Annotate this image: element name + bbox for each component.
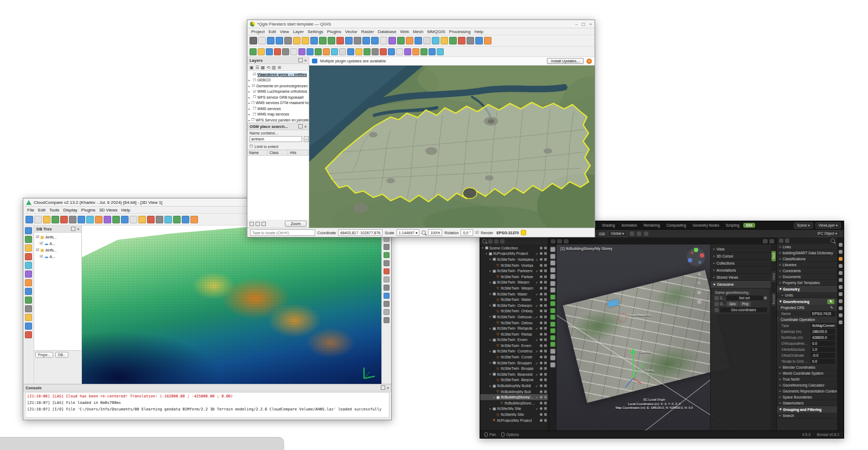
item-checkbox[interactable]: ☑	[36, 235, 39, 239]
view-tool-icon[interactable]	[384, 252, 390, 258]
outliner-item[interactable]: ▾ ▦ IfcSiteTwin_Bruggen ✓	[480, 360, 548, 366]
render-camera-icon[interactable]	[544, 322, 547, 324]
properties-tab-icon[interactable]	[839, 313, 843, 317]
layers-tool-icon[interactable]: ▦	[261, 65, 265, 70]
workspace-tab[interactable]: BIM	[743, 223, 755, 228]
layer-checkbox[interactable]: ☑	[253, 72, 256, 76]
layer-checkbox[interactable]: ☑	[252, 83, 255, 88]
toolbar-icon[interactable]	[323, 48, 330, 55]
item-checkbox[interactable]: ✓	[535, 338, 540, 342]
hide-eye-icon[interactable]	[540, 310, 542, 312]
viewport-tool-icon[interactable]	[550, 362, 556, 368]
render-camera-icon[interactable]	[544, 269, 547, 272]
toolbar-icon[interactable]	[293, 37, 301, 44]
outliner-item[interactable]: ▽ IfcBuildingStorey/M	[480, 400, 548, 406]
hide-eye-icon[interactable]	[540, 264, 542, 267]
navigation-gizmo[interactable]	[685, 246, 707, 268]
render-camera-icon[interactable]	[544, 281, 547, 284]
outliner-item[interactable]: ▾ ▦ IfcSiteTwin_Gebouwen ✓	[480, 314, 548, 320]
install-updates-button[interactable]: Install Updates...	[547, 58, 584, 64]
search-icon[interactable]	[482, 239, 487, 243]
snap-magnet-icon[interactable]	[630, 232, 634, 236]
toolbar-icon[interactable]	[156, 216, 163, 223]
tool-icon[interactable]	[25, 227, 32, 234]
grid-toggle-icon[interactable]: ▦	[697, 299, 701, 304]
render-camera-icon[interactable]	[544, 258, 547, 261]
outliner-item[interactable]: ▽ IfcSiteTwin_Constr	[480, 354, 548, 360]
results-column[interactable]: Name	[247, 150, 268, 155]
toolbar-icon[interactable]	[173, 216, 181, 223]
property-field[interactable]: OrthogonalHeight (m)0.0	[777, 340, 837, 346]
menu-item[interactable]: Mesh	[411, 29, 425, 34]
viewport-tool-icon[interactable]	[550, 355, 556, 361]
property-panel-collapsed[interactable]: ▸buildingSMART Data Dictionary	[777, 250, 837, 256]
menu-item[interactable]: Plugins	[80, 208, 97, 213]
edit-crs-pencil-icon[interactable]: ✎	[830, 306, 833, 310]
workspace-tab[interactable]: Rendering	[641, 223, 662, 228]
expand-arrow-icon[interactable]: ▸	[248, 118, 250, 122]
toolbar-icon[interactable]	[60, 216, 68, 223]
render-camera-icon[interactable]	[544, 390, 547, 393]
tool-icon[interactable]	[25, 297, 32, 304]
item-checkbox[interactable]: ✓	[535, 280, 540, 284]
render-checkbox[interactable]: ☑	[475, 230, 478, 235]
outliner-item[interactable]: ▽ IfcSiteTwin_Parkee	[480, 274, 548, 280]
viewport-tool-icon[interactable]	[550, 314, 556, 320]
camera-view-icon[interactable]: ◉	[697, 290, 701, 295]
toolbar-icon[interactable]	[250, 48, 257, 55]
toolbar-icon[interactable]	[250, 37, 257, 44]
toolbar-icon[interactable]	[331, 48, 338, 55]
close-panel-icon[interactable]: ×	[304, 125, 307, 128]
viewport-tool-icon[interactable]	[550, 349, 556, 354]
viewport-tool-icon[interactable]	[550, 342, 556, 347]
hide-eye-icon[interactable]	[540, 298, 542, 301]
hide-eye-icon[interactable]	[540, 247, 542, 249]
properties-tab-icon[interactable]	[839, 299, 843, 303]
viewport-tool-icon[interactable]	[550, 267, 556, 273]
osm-tool-icon[interactable]	[250, 222, 254, 226]
hide-eye-icon[interactable]	[540, 304, 542, 307]
render-camera-icon[interactable]	[544, 356, 547, 358]
render-camera-icon[interactable]	[544, 396, 547, 398]
toolbar-icon[interactable]	[282, 48, 289, 55]
layer-checkbox[interactable]: ☐	[253, 78, 256, 82]
item-checkbox[interactable]: ✓	[535, 269, 540, 273]
render-camera-icon[interactable]	[544, 264, 547, 267]
toolbar-icon[interactable]	[355, 48, 362, 55]
item-checkbox[interactable]: ✓	[535, 372, 540, 376]
toolbar-icon[interactable]	[345, 37, 353, 44]
viewport-tool-icon[interactable]	[550, 308, 556, 313]
render-camera-icon[interactable]	[544, 367, 547, 370]
outliner-item[interactable]: ▾ ▦ IfcBuilding/My Buildi ✓	[480, 383, 548, 389]
menu-item[interactable]: Display	[61, 208, 79, 213]
toolbar-icon[interactable]	[404, 48, 411, 55]
property-panel-collapsed[interactable]: ▸Georeferencing Calculator	[777, 382, 837, 388]
close-panel-icon[interactable]: ×	[304, 59, 307, 62]
render-camera-icon[interactable]	[544, 402, 547, 404]
results-column[interactable]: Class	[268, 150, 289, 155]
toolbar-icon[interactable]	[363, 48, 371, 55]
hide-eye-icon[interactable]	[540, 293, 542, 295]
menu-item[interactable]: Raster	[360, 29, 376, 34]
map-canvas[interactable]	[309, 66, 595, 228]
units-panel[interactable]: ▸Units	[777, 292, 837, 298]
geometry-section[interactable]: ▾Geometry	[777, 286, 837, 292]
sidebar-tab[interactable]: Bonsai	[771, 292, 776, 306]
hide-eye-icon[interactable]	[540, 269, 542, 272]
property-panel-collapsed[interactable]: ▸Blender Coordinates	[777, 364, 837, 370]
render-camera-icon[interactable]	[544, 384, 547, 387]
layer-item[interactable]: ▸ ☐ WMS services DTM maaiveld hoogte	[247, 100, 309, 106]
toolbar-icon[interactable]	[397, 37, 405, 44]
property-field[interactable]: Eastings (m)188100.0	[777, 329, 837, 335]
tool-icon[interactable]	[25, 331, 32, 338]
hide-eye-icon[interactable]	[540, 327, 542, 330]
toolbar-icon[interactable]	[267, 37, 275, 44]
render-camera-icon[interactable]	[544, 310, 547, 312]
menu-item[interactable]: View	[278, 29, 291, 34]
db-tree-item[interactable]: ☑ ▣ AHN...	[34, 247, 81, 253]
menu-item[interactable]: MMQGIS	[425, 29, 446, 34]
menu-item[interactable]: Plugins	[326, 29, 343, 34]
menu-item[interactable]: Layer	[291, 29, 305, 34]
layers-tool-icon[interactable]: ⟲	[266, 65, 270, 70]
render-camera-icon[interactable]	[544, 304, 547, 307]
